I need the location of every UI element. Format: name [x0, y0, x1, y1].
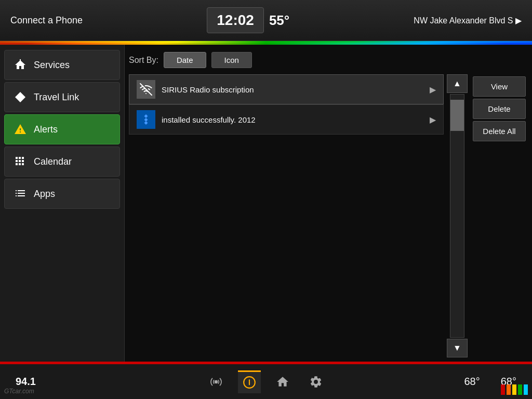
main-content: Services Travel Link Alerts [0, 45, 532, 363]
stripe-orange [507, 384, 511, 395]
scroll-controls: ▲ ▼ [446, 74, 469, 357]
svg-point-2 [249, 380, 250, 381]
scroll-thumb [450, 100, 464, 131]
delete-all-button[interactable]: Delete All [473, 121, 526, 141]
bottom-bar: 94.1 [0, 363, 532, 399]
svg-point-0 [215, 380, 218, 383]
stripe-yellow [512, 384, 516, 395]
notifications-area: SIRIUS Radio subscription ▶ installed su… [129, 74, 528, 357]
notification-arrow-2: ▶ [430, 115, 436, 125]
settings-icon-button[interactable] [304, 370, 327, 393]
action-buttons: View Delete Delete All [471, 74, 528, 357]
home-icon-button[interactable] [271, 370, 294, 393]
top-bar: Connect a Phone 12:02 55° NW Jake Alexan… [0, 0, 532, 42]
color-stripes [501, 384, 528, 395]
sort-icon-button[interactable]: Icon [211, 52, 252, 68]
calendar-icon [13, 154, 28, 169]
notification-item-2[interactable]: installed successfully. 2012 ▶ [129, 104, 444, 135]
radio-icon-button[interactable] [205, 370, 228, 393]
notification-arrow-1: ▶ [430, 85, 436, 95]
apps-label: Apps [34, 189, 55, 200]
stripe-red [501, 384, 505, 395]
scroll-down-button[interactable]: ▼ [447, 339, 468, 357]
sort-bar: Sort By: Date Icon [129, 50, 528, 70]
connect-phone-label: Connect a Phone [10, 15, 83, 26]
info-icon-button[interactable] [238, 370, 261, 393]
watermark: GTcar.com [4, 388, 34, 395]
sidebar-item-apps[interactable]: Apps [4, 179, 120, 209]
time-display: 12:02 [207, 7, 264, 33]
frequency-display: 94.1 [16, 376, 36, 388]
stripe-green [518, 384, 522, 395]
bottom-icons [205, 370, 327, 393]
calendar-label: Calendar [34, 156, 72, 167]
notification-text-1: SIRIUS Radio subscription [162, 85, 423, 94]
services-label: Services [34, 60, 70, 71]
notification-icon-box-1 [137, 80, 155, 99]
list-icon [13, 187, 28, 201]
diamond-icon [13, 90, 28, 104]
notifications-list: SIRIUS Radio subscription ▶ installed su… [129, 74, 444, 357]
sidebar-item-calendar[interactable]: Calendar [4, 147, 120, 177]
location-display: NW Jake Alexander Blvd S ▶ [414, 16, 522, 25]
alerts-label: Alerts [34, 124, 58, 135]
scroll-up-button[interactable]: ▲ [447, 74, 468, 93]
sort-by-label: Sort By: [129, 56, 158, 65]
sidebar-item-services[interactable]: Services [4, 50, 120, 80]
sidebar: Services Travel Link Alerts [0, 45, 125, 363]
stripe-blue [524, 384, 528, 395]
delete-button[interactable]: Delete [473, 99, 526, 119]
scroll-track [450, 94, 464, 338]
notification-icon-box-2 [137, 110, 155, 129]
notification-item-1[interactable]: SIRIUS Radio subscription ▶ [129, 74, 444, 104]
sidebar-item-alerts[interactable]: Alerts [4, 114, 120, 144]
sort-date-button[interactable]: Date [164, 52, 206, 68]
notification-text-2: installed successfully. 2012 [162, 115, 423, 124]
travel-link-label: Travel Link [34, 92, 79, 103]
temperature-display: 55° [269, 12, 289, 29]
view-button[interactable]: View [473, 76, 526, 97]
home-up-icon [13, 58, 28, 72]
warning-icon [13, 122, 28, 137]
time-temp-display: 12:02 55° [207, 7, 289, 33]
temp-left: 68° [464, 376, 480, 388]
main-screen: Connect a Phone 12:02 55° NW Jake Alexan… [0, 0, 532, 399]
sidebar-item-travel-link[interactable]: Travel Link [4, 82, 120, 112]
